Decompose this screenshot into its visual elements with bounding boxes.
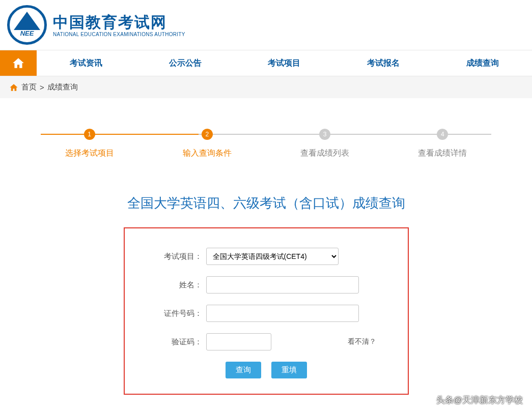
query-button[interactable]: 查询 <box>226 362 261 378</box>
input-captcha[interactable] <box>206 333 271 350</box>
captcha-refresh-link[interactable]: 看不清？ <box>348 337 376 346</box>
nav-home-button[interactable] <box>0 50 37 76</box>
nav-item-register[interactable]: 考试报名 <box>334 50 433 76</box>
home-icon <box>9 83 18 92</box>
breadcrumb-current: 成绩查询 <box>47 82 78 92</box>
nav-item-projects[interactable]: 考试项目 <box>235 50 334 76</box>
label-id: 证件号码： <box>146 309 202 318</box>
site-title-en: NATIONAL EDUCATION EXAMINATIONS AUTHORIT… <box>53 32 185 37</box>
nav-item-scores[interactable]: 成绩查询 <box>433 50 532 76</box>
label-name: 姓名： <box>146 280 202 290</box>
main-nav: 考试资讯 公示公告 考试项目 考试报名 成绩查询 <box>0 50 532 76</box>
step-number: 1 <box>84 129 95 140</box>
form-actions: 查询 重填 <box>146 362 386 378</box>
label-captcha: 验证码： <box>146 337 202 347</box>
watermark: 头条@天津新东方学校 <box>436 394 523 395</box>
step-number: 2 <box>202 129 213 140</box>
label-project: 考试项目： <box>146 252 202 261</box>
step-label: 输入查询条件 <box>148 148 266 159</box>
site-title: 中国教育考试网 NATIONAL EDUCATION EXAMINATIONS … <box>53 13 185 37</box>
row-project: 考试项目： 全国大学英语四级考试(CET4) <box>146 248 386 265</box>
logo-abbrev: NEE <box>14 30 40 37</box>
step-number: 3 <box>319 129 330 140</box>
step-label: 选择考试项目 <box>31 148 148 159</box>
nav-item-news[interactable]: 考试资讯 <box>37 50 136 76</box>
input-name[interactable] <box>206 276 359 293</box>
step-label: 查看成绩列表 <box>266 148 384 159</box>
row-name: 姓名： <box>146 276 386 293</box>
row-id: 证件号码： <box>146 305 386 322</box>
step-2: 2 输入查询条件 <box>148 129 266 159</box>
site-header: NEE 中国教育考试网 NATIONAL EDUCATION EXAMINATI… <box>0 0 532 50</box>
breadcrumb-sep: > <box>40 83 44 92</box>
breadcrumb: 首页 > 成绩查询 <box>0 76 532 98</box>
reset-button[interactable]: 重填 <box>271 362 307 378</box>
step-tracker: 1 选择考试项目 2 输入查询条件 3 查看成绩列表 4 查看成绩详情 <box>0 98 532 169</box>
step-4: 4 查看成绩详情 <box>384 129 501 159</box>
page-title: 全国大学英语四、六级考试（含口试）成绩查询 <box>0 194 532 212</box>
row-captcha: 验证码： 看不清？ <box>146 333 386 350</box>
home-icon <box>12 56 25 70</box>
site-title-cn: 中国教育考试网 <box>53 13 185 32</box>
site-logo: NEE <box>7 5 47 45</box>
query-form: 考试项目： 全国大学英语四级考试(CET4) 姓名： 证件号码： 验证码： 看不… <box>124 227 409 395</box>
breadcrumb-home[interactable]: 首页 <box>21 82 37 92</box>
select-project[interactable]: 全国大学英语四级考试(CET4) <box>206 248 339 265</box>
step-3: 3 查看成绩列表 <box>266 129 384 159</box>
step-label: 查看成绩详情 <box>384 148 501 159</box>
step-1: 1 选择考试项目 <box>31 129 148 159</box>
step-number: 4 <box>437 129 448 140</box>
input-id[interactable] <box>206 305 359 322</box>
nav-item-notice[interactable]: 公示公告 <box>136 50 235 76</box>
